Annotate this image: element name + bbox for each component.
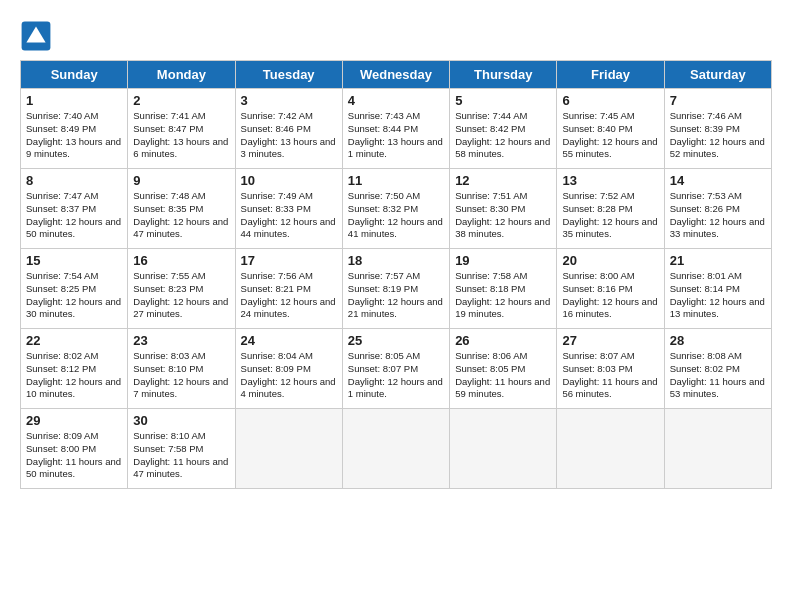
day-number: 8 — [26, 173, 122, 188]
calendar-day-23: 23Sunrise: 8:03 AMSunset: 8:10 PMDayligh… — [128, 329, 235, 409]
day-number: 11 — [348, 173, 444, 188]
calendar-table: SundayMondayTuesdayWednesdayThursdayFrid… — [20, 60, 772, 489]
calendar-week-4: 29Sunrise: 8:09 AMSunset: 8:00 PMDayligh… — [21, 409, 772, 489]
weekday-header-tuesday: Tuesday — [235, 61, 342, 89]
calendar-day-19: 19Sunrise: 7:58 AMSunset: 8:18 PMDayligh… — [450, 249, 557, 329]
calendar-day-26: 26Sunrise: 8:06 AMSunset: 8:05 PMDayligh… — [450, 329, 557, 409]
page-header — [20, 20, 772, 52]
calendar-day-14: 14Sunrise: 7:53 AMSunset: 8:26 PMDayligh… — [664, 169, 771, 249]
calendar-day-3: 3Sunrise: 7:42 AMSunset: 8:46 PMDaylight… — [235, 89, 342, 169]
calendar-day-20: 20Sunrise: 8:00 AMSunset: 8:16 PMDayligh… — [557, 249, 664, 329]
calendar-day-30: 30Sunrise: 8:10 AMSunset: 7:58 PMDayligh… — [128, 409, 235, 489]
weekday-header-wednesday: Wednesday — [342, 61, 449, 89]
day-number: 6 — [562, 93, 658, 108]
day-info: Sunrise: 8:09 AMSunset: 8:00 PMDaylight:… — [26, 430, 122, 481]
day-number: 9 — [133, 173, 229, 188]
day-number: 23 — [133, 333, 229, 348]
calendar-day-5: 5Sunrise: 7:44 AMSunset: 8:42 PMDaylight… — [450, 89, 557, 169]
day-number: 1 — [26, 93, 122, 108]
calendar-day-21: 21Sunrise: 8:01 AMSunset: 8:14 PMDayligh… — [664, 249, 771, 329]
calendar-day-24: 24Sunrise: 8:04 AMSunset: 8:09 PMDayligh… — [235, 329, 342, 409]
calendar-day-16: 16Sunrise: 7:55 AMSunset: 8:23 PMDayligh… — [128, 249, 235, 329]
day-info: Sunrise: 8:08 AMSunset: 8:02 PMDaylight:… — [670, 350, 766, 401]
calendar-day-29: 29Sunrise: 8:09 AMSunset: 8:00 PMDayligh… — [21, 409, 128, 489]
day-number: 16 — [133, 253, 229, 268]
day-info: Sunrise: 7:44 AMSunset: 8:42 PMDaylight:… — [455, 110, 551, 161]
day-info: Sunrise: 8:07 AMSunset: 8:03 PMDaylight:… — [562, 350, 658, 401]
day-info: Sunrise: 8:06 AMSunset: 8:05 PMDaylight:… — [455, 350, 551, 401]
calendar-day-8: 8Sunrise: 7:47 AMSunset: 8:37 PMDaylight… — [21, 169, 128, 249]
day-info: Sunrise: 7:45 AMSunset: 8:40 PMDaylight:… — [562, 110, 658, 161]
calendar-day-12: 12Sunrise: 7:51 AMSunset: 8:30 PMDayligh… — [450, 169, 557, 249]
day-number: 18 — [348, 253, 444, 268]
day-info: Sunrise: 7:42 AMSunset: 8:46 PMDaylight:… — [241, 110, 337, 161]
calendar-empty — [664, 409, 771, 489]
day-number: 22 — [26, 333, 122, 348]
day-number: 20 — [562, 253, 658, 268]
weekday-header-saturday: Saturday — [664, 61, 771, 89]
calendar-day-18: 18Sunrise: 7:57 AMSunset: 8:19 PMDayligh… — [342, 249, 449, 329]
calendar-empty — [342, 409, 449, 489]
day-number: 17 — [241, 253, 337, 268]
day-number: 5 — [455, 93, 551, 108]
day-info: Sunrise: 8:10 AMSunset: 7:58 PMDaylight:… — [133, 430, 229, 481]
day-info: Sunrise: 8:03 AMSunset: 8:10 PMDaylight:… — [133, 350, 229, 401]
day-info: Sunrise: 8:01 AMSunset: 8:14 PMDaylight:… — [670, 270, 766, 321]
day-number: 12 — [455, 173, 551, 188]
weekday-header-monday: Monday — [128, 61, 235, 89]
calendar-week-2: 15Sunrise: 7:54 AMSunset: 8:25 PMDayligh… — [21, 249, 772, 329]
calendar-day-6: 6Sunrise: 7:45 AMSunset: 8:40 PMDaylight… — [557, 89, 664, 169]
day-info: Sunrise: 7:55 AMSunset: 8:23 PMDaylight:… — [133, 270, 229, 321]
day-info: Sunrise: 7:54 AMSunset: 8:25 PMDaylight:… — [26, 270, 122, 321]
day-info: Sunrise: 7:51 AMSunset: 8:30 PMDaylight:… — [455, 190, 551, 241]
day-info: Sunrise: 7:46 AMSunset: 8:39 PMDaylight:… — [670, 110, 766, 161]
weekday-header-sunday: Sunday — [21, 61, 128, 89]
calendar-day-2: 2Sunrise: 7:41 AMSunset: 8:47 PMDaylight… — [128, 89, 235, 169]
day-info: Sunrise: 8:00 AMSunset: 8:16 PMDaylight:… — [562, 270, 658, 321]
day-number: 7 — [670, 93, 766, 108]
day-number: 15 — [26, 253, 122, 268]
day-info: Sunrise: 7:49 AMSunset: 8:33 PMDaylight:… — [241, 190, 337, 241]
day-number: 3 — [241, 93, 337, 108]
logo-icon — [20, 20, 52, 52]
day-number: 13 — [562, 173, 658, 188]
calendar-day-4: 4Sunrise: 7:43 AMSunset: 8:44 PMDaylight… — [342, 89, 449, 169]
day-number: 25 — [348, 333, 444, 348]
calendar-day-17: 17Sunrise: 7:56 AMSunset: 8:21 PMDayligh… — [235, 249, 342, 329]
day-number: 24 — [241, 333, 337, 348]
day-info: Sunrise: 7:53 AMSunset: 8:26 PMDaylight:… — [670, 190, 766, 241]
day-number: 14 — [670, 173, 766, 188]
day-info: Sunrise: 8:05 AMSunset: 8:07 PMDaylight:… — [348, 350, 444, 401]
day-info: Sunrise: 7:56 AMSunset: 8:21 PMDaylight:… — [241, 270, 337, 321]
day-number: 21 — [670, 253, 766, 268]
day-number: 30 — [133, 413, 229, 428]
day-number: 19 — [455, 253, 551, 268]
day-info: Sunrise: 7:52 AMSunset: 8:28 PMDaylight:… — [562, 190, 658, 241]
calendar-day-9: 9Sunrise: 7:48 AMSunset: 8:35 PMDaylight… — [128, 169, 235, 249]
day-info: Sunrise: 7:58 AMSunset: 8:18 PMDaylight:… — [455, 270, 551, 321]
calendar-day-11: 11Sunrise: 7:50 AMSunset: 8:32 PMDayligh… — [342, 169, 449, 249]
day-number: 26 — [455, 333, 551, 348]
day-number: 27 — [562, 333, 658, 348]
calendar-day-15: 15Sunrise: 7:54 AMSunset: 8:25 PMDayligh… — [21, 249, 128, 329]
calendar-empty — [450, 409, 557, 489]
day-info: Sunrise: 8:02 AMSunset: 8:12 PMDaylight:… — [26, 350, 122, 401]
calendar-day-28: 28Sunrise: 8:08 AMSunset: 8:02 PMDayligh… — [664, 329, 771, 409]
day-number: 28 — [670, 333, 766, 348]
calendar-day-7: 7Sunrise: 7:46 AMSunset: 8:39 PMDaylight… — [664, 89, 771, 169]
day-info: Sunrise: 7:43 AMSunset: 8:44 PMDaylight:… — [348, 110, 444, 161]
day-number: 2 — [133, 93, 229, 108]
day-info: Sunrise: 7:50 AMSunset: 8:32 PMDaylight:… — [348, 190, 444, 241]
day-number: 10 — [241, 173, 337, 188]
day-info: Sunrise: 7:47 AMSunset: 8:37 PMDaylight:… — [26, 190, 122, 241]
day-info: Sunrise: 7:41 AMSunset: 8:47 PMDaylight:… — [133, 110, 229, 161]
calendar-day-1: 1Sunrise: 7:40 AMSunset: 8:49 PMDaylight… — [21, 89, 128, 169]
calendar-day-27: 27Sunrise: 8:07 AMSunset: 8:03 PMDayligh… — [557, 329, 664, 409]
calendar-week-1: 8Sunrise: 7:47 AMSunset: 8:37 PMDaylight… — [21, 169, 772, 249]
calendar-day-25: 25Sunrise: 8:05 AMSunset: 8:07 PMDayligh… — [342, 329, 449, 409]
logo — [20, 20, 54, 52]
day-number: 4 — [348, 93, 444, 108]
day-info: Sunrise: 7:48 AMSunset: 8:35 PMDaylight:… — [133, 190, 229, 241]
calendar-day-22: 22Sunrise: 8:02 AMSunset: 8:12 PMDayligh… — [21, 329, 128, 409]
calendar-week-0: 1Sunrise: 7:40 AMSunset: 8:49 PMDaylight… — [21, 89, 772, 169]
